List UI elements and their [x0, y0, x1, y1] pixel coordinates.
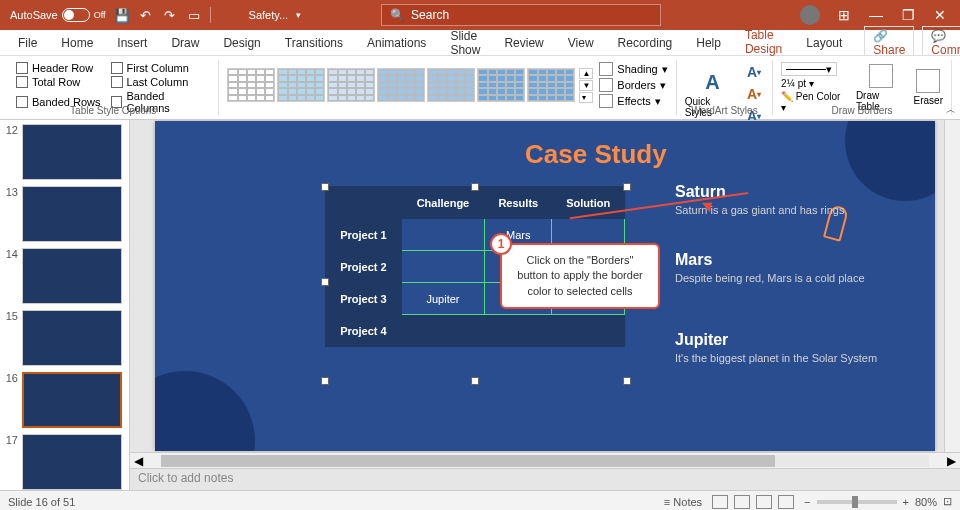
- notes-button[interactable]: ≡ Notes: [664, 496, 702, 508]
- tab-recording[interactable]: Recording: [608, 32, 683, 54]
- table-style-5[interactable]: [427, 68, 475, 102]
- comments-button[interactable]: 💬 Comments: [922, 26, 960, 60]
- table-cell[interactable]: [401, 219, 485, 251]
- table-cell[interactable]: Project 4: [326, 315, 402, 347]
- table-header-empty[interactable]: [326, 187, 402, 219]
- tab-design[interactable]: Design: [213, 32, 270, 54]
- pen-style-dropdown[interactable]: ▾: [781, 62, 837, 76]
- tab-draw[interactable]: Draw: [161, 32, 209, 54]
- table-cell[interactable]: Jupiter: [401, 283, 485, 315]
- undo-icon[interactable]: ↶: [138, 7, 154, 23]
- selection-handle[interactable]: [321, 183, 329, 191]
- thumbnail-13[interactable]: [22, 186, 122, 242]
- table-header-results[interactable]: Results: [485, 187, 552, 219]
- selection-handle[interactable]: [321, 377, 329, 385]
- tab-home[interactable]: Home: [51, 32, 103, 54]
- table-cell[interactable]: [485, 315, 552, 347]
- search-box[interactable]: 🔍: [381, 4, 661, 26]
- close-icon[interactable]: ✕: [932, 7, 948, 23]
- tab-animations[interactable]: Animations: [357, 32, 436, 54]
- thumbnail-17[interactable]: [22, 434, 122, 490]
- thumbnail-16[interactable]: [22, 372, 122, 428]
- table-style-3[interactable]: [327, 68, 375, 102]
- effects-button[interactable]: Effects ▾: [599, 94, 667, 108]
- minimize-icon[interactable]: —: [868, 7, 884, 23]
- tab-transitions[interactable]: Transitions: [275, 32, 353, 54]
- jupiter-text[interactable]: It's the biggest planet in the Solar Sys…: [675, 351, 877, 366]
- text-fill-button[interactable]: A▾: [744, 62, 764, 82]
- eraser-button[interactable]: Eraser: [914, 69, 943, 106]
- table-header-challenge[interactable]: Challenge: [401, 187, 485, 219]
- table-cell[interactable]: Project 1: [326, 219, 402, 251]
- selection-handle[interactable]: [623, 377, 631, 385]
- last-column-checkbox[interactable]: Last Column: [111, 76, 211, 88]
- shading-button[interactable]: Shading ▾: [599, 62, 667, 76]
- user-avatar[interactable]: [800, 5, 820, 25]
- table-cell[interactable]: Project 2: [326, 251, 402, 283]
- tab-view[interactable]: View: [558, 32, 604, 54]
- table-style-1[interactable]: [227, 68, 275, 102]
- table-cell[interactable]: [401, 251, 485, 283]
- thumbnail-12[interactable]: [22, 124, 122, 180]
- ribbon-display-icon[interactable]: ⊞: [836, 7, 852, 23]
- reading-view-icon[interactable]: [756, 495, 772, 509]
- table-cell[interactable]: [401, 315, 485, 347]
- pen-weight-dropdown[interactable]: 2¼ pt ▾: [781, 78, 848, 89]
- scroll-left-icon[interactable]: ◀: [130, 454, 147, 468]
- selection-handle[interactable]: [623, 183, 631, 191]
- document-title[interactable]: Safety...: [249, 9, 289, 21]
- notes-pane[interactable]: Click to add notes: [130, 468, 960, 490]
- header-row-checkbox[interactable]: Header Row: [16, 62, 101, 74]
- tab-review[interactable]: Review: [494, 32, 553, 54]
- tab-help[interactable]: Help: [686, 32, 731, 54]
- total-row-checkbox[interactable]: Total Row: [16, 76, 101, 88]
- slideshow-icon[interactable]: ▭: [186, 7, 202, 23]
- thumbnail-14[interactable]: [22, 248, 122, 304]
- vertical-scrollbar[interactable]: [944, 120, 960, 452]
- slide-title[interactable]: Case Study: [525, 139, 667, 170]
- slideshow-view-icon[interactable]: [778, 495, 794, 509]
- table-style-2[interactable]: [277, 68, 325, 102]
- ribbon: Header Row First Column Total Row Last C…: [0, 56, 960, 120]
- save-icon[interactable]: 💾: [114, 7, 130, 23]
- text-outline-button[interactable]: A▾: [744, 84, 764, 104]
- table-cell[interactable]: [552, 315, 625, 347]
- selection-handle[interactable]: [321, 278, 329, 286]
- normal-view-icon[interactable]: [712, 495, 728, 509]
- collapse-ribbon-icon[interactable]: ︿: [946, 103, 956, 117]
- search-input[interactable]: [411, 8, 652, 22]
- table-style-6[interactable]: [477, 68, 525, 102]
- tab-insert[interactable]: Insert: [107, 32, 157, 54]
- zoom-out-button[interactable]: −: [804, 496, 810, 508]
- scroll-right-icon[interactable]: ▶: [943, 454, 960, 468]
- horizontal-scrollbar[interactable]: ◀ ▶: [130, 452, 960, 468]
- styles-more-icon[interactable]: ▾: [579, 92, 593, 103]
- selection-handle[interactable]: [471, 377, 479, 385]
- table-style-4[interactable]: [377, 68, 425, 102]
- slide-sorter-icon[interactable]: [734, 495, 750, 509]
- fit-to-window-icon[interactable]: ⊡: [943, 495, 952, 508]
- styles-scroll-up-icon[interactable]: ▲: [579, 68, 593, 79]
- borders-button[interactable]: Borders ▾: [599, 78, 667, 92]
- mars-heading[interactable]: Mars: [675, 251, 865, 269]
- zoom-slider[interactable]: [817, 500, 897, 504]
- mars-text[interactable]: Despite being red, Mars is a cold place: [675, 271, 865, 286]
- table-cell[interactable]: Project 3: [326, 283, 402, 315]
- restore-icon[interactable]: ❐: [900, 7, 916, 23]
- zoom-level[interactable]: 80%: [915, 496, 937, 508]
- first-column-checkbox[interactable]: First Column: [111, 62, 211, 74]
- autosave-toggle[interactable]: AutoSave Off: [10, 8, 106, 22]
- selection-handle[interactable]: [471, 183, 479, 191]
- zoom-in-button[interactable]: +: [903, 496, 909, 508]
- styles-scroll-down-icon[interactable]: ▼: [579, 80, 593, 91]
- autosave-label: AutoSave: [10, 9, 58, 21]
- tab-file[interactable]: File: [8, 32, 47, 54]
- table-style-7[interactable]: [527, 68, 575, 102]
- tab-layout[interactable]: Layout: [796, 32, 852, 54]
- slide-thumbnails-panel[interactable]: 12 13 14 15 16 17: [0, 120, 130, 490]
- slide-counter[interactable]: Slide 16 of 51: [8, 496, 75, 508]
- redo-icon[interactable]: ↷: [162, 7, 178, 23]
- share-button[interactable]: 🔗 Share: [864, 26, 914, 60]
- thumbnail-15[interactable]: [22, 310, 122, 366]
- jupiter-heading[interactable]: Jupiter: [675, 331, 877, 349]
